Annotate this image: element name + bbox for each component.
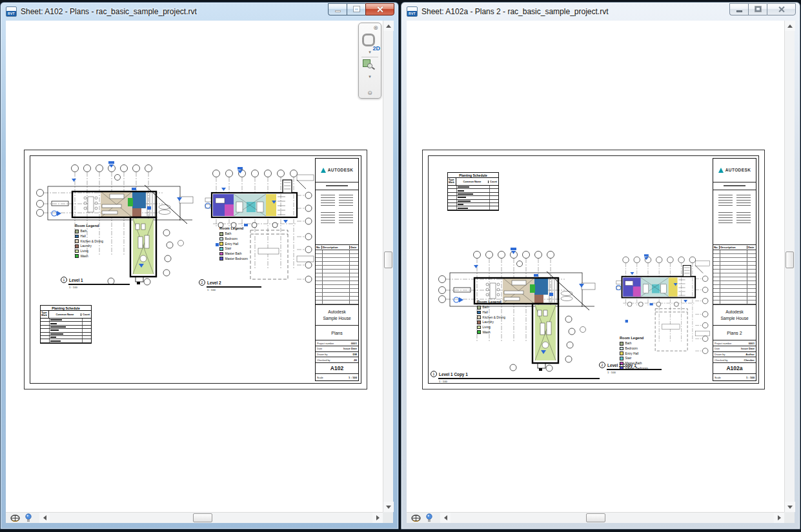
legend-swatch	[219, 252, 223, 256]
room-legend-level1: Room Legend Bath Hall Kitchen & Dining L…	[477, 300, 518, 335]
titlebar[interactable]: RVT Sheet: A102 - Plans - rac_basic_samp…	[1, 3, 398, 21]
horizontal-scrollbar[interactable]	[39, 513, 383, 523]
steering-wheel-mini-icon[interactable]	[10, 514, 21, 522]
sheet-number: A102a	[713, 363, 756, 374]
legend-swatch	[219, 232, 223, 236]
view-toolbar	[6, 513, 39, 523]
legend-item: Laundry	[477, 320, 518, 324]
legend-swatch	[219, 247, 223, 251]
legend-item: Bath	[219, 232, 261, 236]
legend-swatch	[75, 230, 79, 233]
legend-swatch	[219, 257, 223, 261]
minimize-button[interactable]	[328, 3, 347, 15]
titlebar[interactable]: RVT Sheet: A102a - Plans 2 - rac_basic_s…	[401, 3, 800, 21]
steering-wheel-button[interactable]: 2D	[362, 34, 378, 49]
steering-wheel-icon	[362, 34, 375, 46]
scroll-left-button[interactable]	[440, 513, 451, 523]
restore-button[interactable]	[748, 3, 767, 15]
navigation-bar: ⊗ 2D ▾ ▾ ⊖	[358, 23, 381, 99]
legend-item: Entry Hall	[219, 242, 261, 246]
scroll-down-button[interactable]	[383, 502, 394, 512]
scroll-up-button[interactable]	[383, 21, 394, 31]
legend-swatch	[75, 239, 79, 243]
view-toolbar	[407, 513, 440, 523]
scroll-up-button[interactable]	[785, 21, 795, 31]
horizontal-scrollbar[interactable]	[440, 513, 784, 523]
view-title-level1: 1Level 1 1 : 100	[61, 277, 130, 289]
sheet-number: A102	[316, 363, 358, 374]
legend-item: Kitchen & Dining	[75, 239, 116, 243]
drawing-canvas[interactable]: Planting Schedule Type Mark Common Name …	[407, 21, 784, 512]
magnifier-icon	[367, 63, 372, 68]
scroll-right-button[interactable]	[774, 513, 784, 523]
legend-item: Bath	[620, 342, 661, 346]
autodesk-logo-icon	[718, 168, 724, 173]
legend-swatch	[477, 320, 481, 324]
sheet-name: Plans	[316, 326, 358, 340]
legend-item: Entry Hall	[620, 351, 661, 355]
close-button[interactable]	[767, 3, 796, 15]
legend-item: Hall	[75, 235, 116, 239]
sheet-paper-a102[interactable]: Room Legend Bath Hall Kitchen & Dining L…	[24, 150, 367, 389]
vertical-scroll-thumb[interactable]	[384, 251, 392, 268]
legend-item: Bath	[75, 230, 116, 233]
consultant-blocks	[713, 190, 756, 245]
vertical-scrollbar[interactable]	[383, 21, 393, 512]
project-name: Sample House	[720, 316, 748, 320]
consultant-address-line	[713, 182, 756, 191]
planting-schedule: Planting Schedule Type Mark Common Name …	[447, 172, 499, 211]
lightbulb-icon[interactable]	[426, 513, 432, 522]
legend-swatch	[219, 237, 223, 241]
zoom-region-button[interactable]	[363, 59, 377, 74]
navbar-close-icon[interactable]: ⊗	[372, 25, 379, 31]
autodesk-logo: AUTODESK	[713, 159, 756, 182]
vertical-scrollbar[interactable]	[784, 21, 795, 512]
zoom-options-chevron[interactable]: ▾	[359, 74, 381, 80]
scroll-left-button[interactable]	[39, 513, 50, 523]
minimize-button[interactable]	[729, 3, 748, 15]
drawing-canvas[interactable]: Room Legend Bath Hall Kitchen & Dining L…	[6, 21, 383, 512]
legend-swatch	[620, 357, 624, 360]
legend-swatch	[477, 326, 481, 330]
planting-schedule: Planting Schedule Type Mark Common Name …	[40, 305, 92, 344]
legend-item: Wash	[477, 330, 518, 334]
legend-item: Laundry	[75, 244, 116, 248]
window-sheet-a102: RVT Sheet: A102 - Plans - rac_basic_samp…	[0, 2, 399, 529]
steering-wheel-mini-icon[interactable]	[411, 514, 421, 522]
legend-item: Bath	[477, 306, 518, 310]
title-block: AUTODESK No. Description Date Autodesk S	[315, 158, 359, 381]
legend-item: Stair	[620, 357, 661, 360]
legend-item: Stair	[219, 247, 261, 251]
legend-item: Master Bath	[219, 252, 261, 256]
legend-swatch	[620, 342, 624, 346]
legend-swatch	[620, 351, 624, 355]
navbar-divider	[361, 57, 378, 57]
revision-table: No. Description Date	[316, 245, 358, 304]
scroll-right-button[interactable]	[372, 513, 383, 523]
legend-swatch	[75, 250, 79, 253]
schedule-rows	[41, 319, 91, 343]
lightbulb-icon[interactable]	[25, 513, 32, 522]
window-title: Sheet: A102 - Plans - rac_basic_sample_p…	[21, 7, 323, 16]
sheet-paper-a102a[interactable]: Planting Schedule Type Mark Common Name …	[422, 150, 765, 389]
navbar-collapse-icon[interactable]: ⊖	[367, 90, 372, 96]
project-name: Sample House	[323, 316, 350, 320]
close-icon	[376, 6, 383, 13]
legend-item: Kitchen & Dining	[477, 315, 518, 319]
room-legend-level1: Room Legend Bath Hall Kitchen & Dining L…	[75, 224, 116, 259]
consultant-address-line	[316, 182, 358, 191]
legend-swatch	[620, 347, 624, 351]
scroll-down-button[interactable]	[785, 502, 795, 512]
legend-item: Living	[75, 250, 116, 253]
horizontal-scroll-thumb[interactable]	[586, 513, 605, 522]
vertical-scroll-thumb[interactable]	[786, 251, 794, 268]
legend-swatch	[219, 242, 223, 246]
window-title: Sheet: A102a - Plans 2 - rac_basic_sampl…	[421, 7, 724, 16]
minimize-icon	[335, 10, 341, 12]
restore-button[interactable]	[347, 3, 365, 15]
legend-swatch	[75, 254, 79, 258]
revision-table: No. Description Date	[713, 245, 756, 304]
horizontal-scroll-thumb[interactable]	[193, 513, 212, 522]
restore-icon	[354, 6, 360, 12]
close-button[interactable]	[365, 3, 394, 15]
